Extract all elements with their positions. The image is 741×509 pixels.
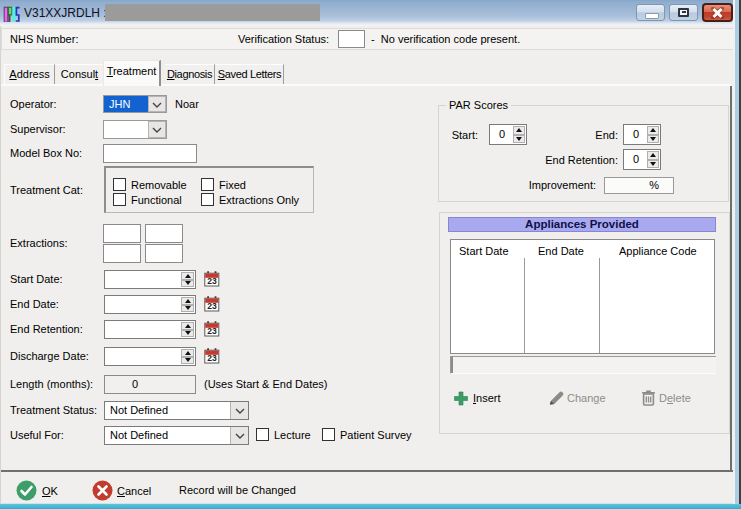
svg-text:23: 23 [207, 276, 217, 286]
svg-text:23: 23 [207, 326, 217, 336]
svg-text:23: 23 [207, 301, 217, 311]
svg-text:23: 23 [207, 353, 217, 363]
